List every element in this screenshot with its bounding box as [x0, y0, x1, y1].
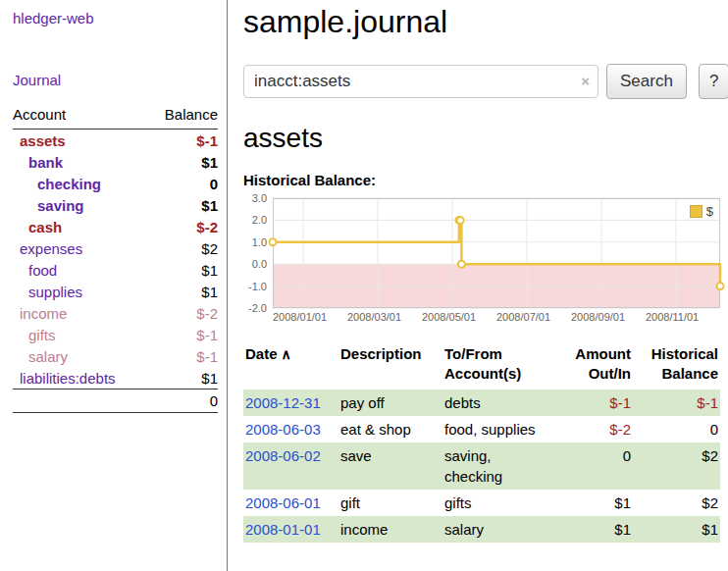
account-balance: 0 [148, 173, 218, 194]
account-balance: $1 [148, 367, 218, 389]
legend-swatch-icon [690, 205, 702, 218]
transaction-description: income [338, 516, 442, 543]
chart-plot: $ [273, 198, 720, 308]
chart-y-axis: 3.02.01.00.0-1.0-2.0 [243, 198, 269, 308]
accounts-header-balance: Balance [148, 102, 218, 130]
clear-search-icon[interactable]: × [581, 73, 590, 89]
legend-label: $ [706, 204, 713, 219]
account-balance: $1 [148, 259, 218, 281]
chart-legend: $ [687, 203, 716, 220]
sort-ascending-icon: ∧ [282, 346, 291, 362]
account-link-cash[interactable]: cash [28, 219, 62, 235]
transaction-amount: $-1 [543, 389, 633, 416]
transaction-amount: $-2 [543, 416, 633, 442]
accounts-header-account: Account [13, 102, 148, 130]
transaction-balance: $1 [633, 516, 720, 543]
transaction-accounts: debts [442, 389, 543, 416]
account-link-checking[interactable]: checking [37, 176, 101, 192]
help-button[interactable]: ? [699, 64, 728, 99]
sidebar: hledger-web Journal Account Balance asse… [0, 0, 228, 571]
account-balance: $2 [148, 237, 218, 259]
account-row: expenses $2 [13, 237, 218, 259]
transaction-date-link[interactable]: 2008-06-02 [245, 447, 321, 464]
account-link-food[interactable]: food [28, 262, 57, 279]
search-input[interactable] [243, 65, 598, 98]
register-row: 2008-12-31 pay off debts $-1 $-1 [243, 389, 720, 416]
account-balance: $-2 [148, 216, 218, 237]
register-row: 2008-06-01 gift gifts $1 $2 [243, 490, 720, 516]
account-row: income $-2 [13, 302, 218, 324]
account-row: gifts $-1 [13, 324, 218, 345]
brand-link[interactable]: hledger-web [13, 10, 218, 26]
y-axis-tick-label: 0.0 [237, 258, 267, 270]
register-header-date[interactable]: Date∧ [243, 342, 338, 389]
account-row: checking 0 [13, 173, 218, 194]
account-row: cash $-2 [13, 216, 218, 237]
transaction-description: eat & shop [338, 416, 442, 442]
date-header-label: Date [245, 345, 278, 362]
account-link-income[interactable]: income [20, 305, 67, 322]
transaction-accounts: salary [442, 516, 543, 543]
x-axis-tick-label: 2008/09/01 [571, 311, 625, 323]
transaction-date-link[interactable]: 2008-06-03 [245, 421, 321, 438]
account-row: supplies $1 [13, 281, 218, 302]
account-balance: $-1 [148, 130, 218, 152]
account-link-assets[interactable]: assets [20, 132, 66, 149]
account-row: salary $-1 [13, 345, 218, 367]
account-link-saving[interactable]: saving [37, 197, 84, 214]
transaction-amount: $1 [543, 490, 633, 516]
account-row: bank $1 [13, 151, 218, 173]
accounts-total-row: 0 [13, 389, 218, 413]
account-link-salary[interactable]: salary [28, 348, 68, 365]
account-balance: $-1 [148, 345, 218, 367]
y-axis-tick-label: -1.0 [237, 281, 267, 292]
y-axis-tick-label: 2.0 [237, 214, 267, 226]
y-axis-tick-label: 3.0 [237, 192, 267, 204]
transaction-date-link[interactable]: 2008-01-01 [245, 521, 321, 538]
account-balance: $-1 [148, 324, 218, 345]
x-axis-tick-label: 2008/07/01 [496, 311, 550, 323]
register-header-balance: Historical Balance [633, 342, 720, 389]
register-header-amount: Amount Out/In [543, 342, 633, 389]
account-balance: $1 [148, 194, 218, 216]
search-button[interactable]: Search [606, 64, 687, 99]
account-link-liabilities-debts[interactable]: liabilities:debts [20, 370, 116, 387]
historical-balance-chart: 3.02.01.00.0-1.0-2.0 $ 2008/01/012008/03… [243, 198, 728, 327]
transaction-accounts: gifts [442, 490, 543, 516]
transaction-amount: $1 [543, 516, 633, 543]
accounts-table: Account Balance assets $-1 bank $1 check… [13, 102, 218, 413]
transaction-balance: $-1 [633, 389, 720, 416]
account-row: assets $-1 [13, 130, 218, 152]
transaction-description: pay off [338, 389, 442, 416]
page-title: sample.journal [243, 4, 728, 40]
account-balance: $1 [148, 281, 218, 302]
transaction-accounts: food, supplies [442, 416, 543, 442]
register-header-description: Description [338, 342, 442, 389]
chart-title: Historical Balance: [243, 172, 728, 188]
account-link-expenses[interactable]: expenses [20, 240, 82, 257]
nav-journal-link[interactable]: Journal [13, 72, 218, 88]
y-axis-tick-label: 1.0 [237, 236, 267, 248]
register-row: 2008-01-01 income salary $1 $1 [243, 516, 720, 543]
x-axis-tick-label: 2008/03/01 [347, 311, 401, 323]
search-form: × Search ? [243, 64, 728, 99]
transaction-accounts: saving, checking [442, 442, 543, 490]
account-heading: assets [243, 123, 728, 154]
chart-canvas [273, 198, 720, 308]
transaction-description: gift [338, 490, 442, 516]
transaction-balance: 0 [633, 416, 720, 442]
account-row: food $1 [13, 259, 218, 281]
transaction-date-link[interactable]: 2008-12-31 [245, 394, 321, 411]
transaction-balance: $2 [633, 490, 720, 516]
register-row: 2008-06-03 eat & shop food, supplies $-2… [243, 416, 720, 442]
account-link-bank[interactable]: bank [28, 154, 63, 171]
account-link-gifts[interactable]: gifts [28, 327, 56, 343]
account-row: saving $1 [13, 194, 218, 216]
x-axis-tick-label: 2008/05/01 [422, 311, 476, 323]
account-balance: $1 [148, 151, 218, 173]
register-header-accounts: To/From Account(s) [442, 342, 543, 389]
transaction-date-link[interactable]: 2008-06-01 [245, 494, 321, 511]
transaction-amount: 0 [543, 442, 633, 490]
x-axis-tick-label: 2008/01/01 [273, 311, 327, 323]
account-link-supplies[interactable]: supplies [28, 284, 82, 300]
